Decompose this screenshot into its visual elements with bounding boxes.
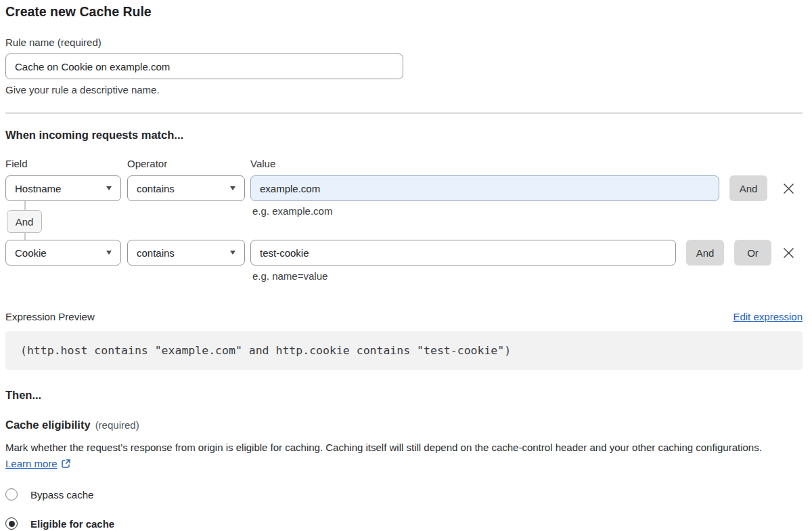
bypass-cache-label: Bypass cache: [30, 489, 93, 501]
condition-column-headers: Field Operator Value: [5, 158, 803, 169]
cache-eligibility-title: Cache eligibility: [5, 419, 91, 431]
operator-select-1-value: contains: [137, 183, 175, 194]
remove-condition-button-2[interactable]: [781, 245, 796, 260]
rule-name-input[interactable]: [5, 54, 403, 79]
chevron-down-icon: [230, 186, 235, 190]
section-divider: [5, 112, 803, 114]
field-select-1-value: Hostname: [15, 183, 61, 194]
x-icon: [783, 247, 794, 259]
operator-column-label: Operator: [127, 158, 250, 169]
connector-line-top: [24, 201, 26, 210]
description-text: Mark whether the request’s response from…: [5, 442, 762, 453]
chevron-down-icon: [106, 251, 112, 255]
rule-name-label: Rule name (required): [5, 37, 803, 48]
chevron-down-icon: [230, 251, 235, 255]
remove-condition-button-1[interactable]: [781, 181, 796, 196]
field-select-1[interactable]: Hostname: [5, 175, 121, 201]
connector-wrap: And: [7, 201, 42, 240]
operator-select-1[interactable]: contains: [127, 175, 245, 201]
value-input-2[interactable]: [250, 240, 676, 266]
value-column-label: Value: [250, 158, 803, 169]
connector-area: e.g. example.com And: [5, 201, 803, 240]
eligible-for-cache-label: Eligible for cache: [30, 518, 114, 530]
x-icon: [783, 183, 794, 194]
radio-option-bypass-cache[interactable]: Bypass cache: [5, 488, 803, 501]
create-cache-rule-page: Create new Cache Rule Rule name (require…: [0, 0, 812, 531]
expression-preview-code: (http.host contains "example.com" and ht…: [5, 331, 803, 370]
field-select-2[interactable]: Cookie: [5, 240, 121, 266]
match-section-heading: When incoming requests match...: [5, 129, 803, 142]
expression-code-text: (http.host contains "example.com" and ht…: [20, 344, 511, 357]
value-hint-2: e.g. name=value: [252, 270, 803, 282]
edit-expression-link[interactable]: Edit expression: [733, 311, 803, 322]
page-title: Create new Cache Rule: [5, 4, 803, 20]
external-link-icon: [61, 459, 71, 469]
value-hint-1: e.g. example.com: [252, 205, 332, 217]
condition-row-1: Hostname contains And: [5, 175, 803, 201]
operator-select-2[interactable]: contains: [127, 240, 245, 266]
value-input-1[interactable]: [250, 175, 719, 201]
cache-eligibility-required-note: (required): [95, 419, 139, 431]
expression-preview-header: Expression Preview Edit expression: [5, 311, 803, 322]
field-select-2-value: Cookie: [15, 247, 47, 259]
add-or-condition-button-2[interactable]: Or: [734, 240, 771, 266]
expression-preview-label: Expression Preview: [5, 311, 95, 322]
learn-more-link[interactable]: Learn more: [5, 458, 58, 469]
then-heading: Then...: [5, 389, 803, 402]
chevron-down-icon: [106, 186, 112, 190]
cache-eligibility-description: Mark whether the request’s response from…: [5, 440, 785, 472]
radio-unselected-icon[interactable]: [5, 488, 18, 501]
rule-name-helper: Give your rule a descriptive name.: [5, 84, 803, 95]
operator-select-2-value: contains: [137, 247, 175, 259]
cache-eligibility-heading: Cache eligibility (required): [5, 419, 803, 431]
rule-name-group: Rule name (required) Give your rule a de…: [5, 37, 803, 95]
connector-and-button[interactable]: And: [7, 210, 42, 233]
connector-line-bottom: [24, 233, 26, 240]
radio-option-eligible-for-cache[interactable]: Eligible for cache: [5, 517, 803, 530]
radio-selected-icon[interactable]: [5, 517, 18, 530]
field-column-label: Field: [5, 158, 127, 169]
add-and-condition-button-1[interactable]: And: [729, 175, 767, 201]
add-and-condition-button-2[interactable]: And: [686, 240, 724, 266]
condition-row-2: Cookie contains And Or: [5, 240, 803, 266]
